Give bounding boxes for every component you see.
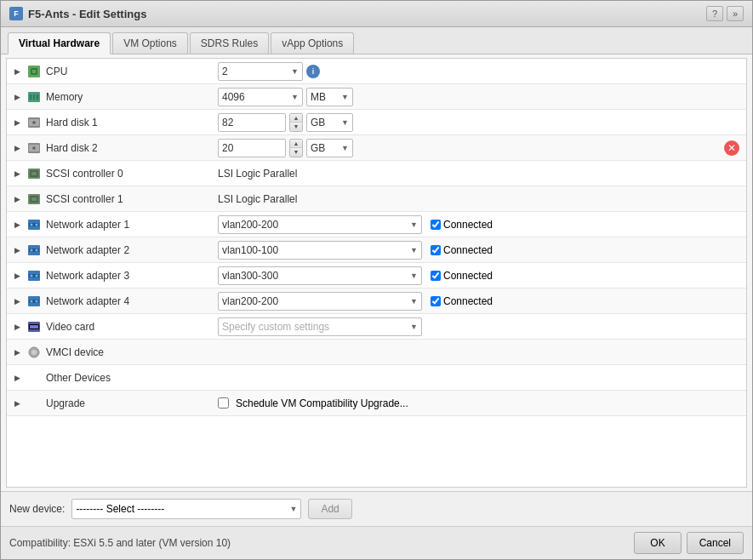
- video-label: Video card: [44, 321, 214, 333]
- net-3-connected-label: Connected: [443, 270, 493, 282]
- memory-expand[interactable]: ▶: [10, 90, 24, 104]
- svg-rect-2: [32, 70, 36, 73]
- video-dropdown[interactable]: Specify custom settings ▼: [218, 317, 422, 336]
- scsi-1-icon: [26, 192, 42, 206]
- memory-unit-arrow: ▼: [341, 93, 349, 101]
- ok-cancel-buttons: OK Cancel: [634, 532, 744, 554]
- other-controls: [214, 376, 746, 380]
- help-button[interactable]: ?: [706, 6, 723, 21]
- net3-expand[interactable]: ▶: [10, 269, 24, 283]
- net-2-label: Network adapter 2: [44, 244, 214, 256]
- vmci-expand[interactable]: ▶: [10, 346, 24, 359]
- hd2-value-input[interactable]: 20: [218, 139, 286, 157]
- net-2-value: vlan100-100: [222, 244, 278, 256]
- upgrade-value: Schedule VM Compatibility Upgrade...: [236, 397, 408, 409]
- hd2-unit[interactable]: GB ▼: [306, 139, 353, 157]
- memory-dropdown-arrow: ▼: [291, 93, 299, 101]
- memory-label: Memory: [44, 91, 214, 103]
- hd2-spin-up[interactable]: ▲: [290, 140, 302, 148]
- hd2-controls: 20 ▲ ▼ GB ▼ ✕: [214, 137, 746, 159]
- svg-rect-20: [31, 197, 37, 201]
- svg-rect-4: [30, 94, 31, 100]
- cpu-expand[interactable]: ▶: [10, 65, 24, 78]
- memory-icon: [26, 90, 42, 104]
- net-1-connected-checkbox[interactable]: [431, 220, 441, 230]
- net-4-dropdown[interactable]: vlan200-200 ▼: [218, 292, 422, 311]
- scsi0-expand[interactable]: ▶: [10, 167, 24, 180]
- net4-controls: vlan200-200 ▼ Connected: [214, 290, 746, 312]
- other-icon: [26, 371, 42, 385]
- scsi-0-label: SCSI controller 0: [44, 168, 214, 180]
- table-row: ▶ SCSI controller 0 LSI Logic Parallel: [7, 161, 746, 186]
- net-2-connected-checkbox[interactable]: [431, 245, 441, 255]
- table-row: ▶ Other Devices: [7, 365, 746, 391]
- new-device-select[interactable]: -------- Select -------- ▼: [71, 499, 301, 519]
- ok-button[interactable]: OK: [634, 532, 681, 554]
- tab-virtual-hardware[interactable]: Virtual Hardware: [8, 32, 111, 54]
- net-4-connected-checkbox[interactable]: [431, 296, 441, 306]
- scsi1-expand[interactable]: ▶: [10, 192, 24, 206]
- hd1-spin-up[interactable]: ▲: [290, 114, 302, 123]
- net-3-label: Network adapter 3: [44, 270, 214, 282]
- upgrade-expand[interactable]: ▶: [10, 397, 24, 410]
- svg-point-35: [31, 300, 33, 302]
- expand-button[interactable]: »: [727, 6, 744, 21]
- tab-vapp-options[interactable]: vApp Options: [271, 32, 354, 54]
- hd1-expand[interactable]: ▶: [10, 116, 24, 129]
- memory-value: 4096: [222, 91, 245, 103]
- net-1-connected: Connected: [431, 219, 493, 231]
- hd1-spinner[interactable]: ▲ ▼: [289, 113, 303, 132]
- video-placeholder: Specify custom settings: [222, 321, 329, 333]
- footer-bar: Compatibility: ESXi 5.5 and later (VM ve…: [1, 526, 752, 559]
- cpu-info-icon[interactable]: i: [306, 65, 320, 78]
- net1-controls: vlan200-200 ▼ Connected: [214, 214, 746, 236]
- hd1-unit-arrow: ▼: [341, 118, 349, 127]
- hd1-value-input[interactable]: 82: [218, 113, 286, 132]
- window-title: F5-Ants - Edit Settings: [28, 8, 146, 20]
- add-button[interactable]: Add: [308, 499, 351, 519]
- upgrade-controls: Schedule VM Compatibility Upgrade...: [214, 396, 746, 411]
- svg-point-32: [36, 274, 38, 277]
- net-4-arrow: ▼: [410, 297, 418, 306]
- tab-sdrs-rules[interactable]: SDRS Rules: [190, 32, 269, 54]
- net2-controls: vlan100-100 ▼ Connected: [214, 239, 746, 261]
- net-1-arrow: ▼: [410, 220, 418, 229]
- net1-expand[interactable]: ▶: [10, 218, 24, 231]
- net-4-icon: [26, 294, 42, 308]
- cancel-button[interactable]: Cancel: [687, 532, 744, 554]
- hd2-spinner[interactable]: ▲ ▼: [289, 139, 303, 157]
- svg-point-24: [36, 223, 38, 226]
- upgrade-checkbox[interactable]: [218, 397, 229, 409]
- memory-unit[interactable]: MB ▼: [306, 88, 353, 106]
- hd2-spin-down[interactable]: ▼: [290, 148, 302, 157]
- hd1-unit[interactable]: GB ▼: [306, 113, 353, 132]
- cpu-dropdown[interactable]: 2 ▼: [218, 62, 303, 81]
- net-4-value: vlan200-200: [222, 295, 278, 307]
- net-2-dropdown[interactable]: vlan100-100 ▼: [218, 241, 422, 260]
- net2-expand[interactable]: ▶: [10, 243, 24, 257]
- net3-controls: vlan300-300 ▼ Connected: [214, 265, 746, 287]
- memory-controls: 4096 ▼ MB ▼: [214, 86, 746, 108]
- net4-expand[interactable]: ▶: [10, 294, 24, 308]
- net-3-value: vlan300-300: [222, 270, 278, 282]
- table-row: ▶ Hard disk 2 20 ▲ ▼ GB ▼: [7, 135, 746, 161]
- new-device-arrow: ▼: [289, 505, 297, 513]
- memory-unit-value: MB: [311, 91, 326, 103]
- net-1-dropdown[interactable]: vlan200-200 ▼: [218, 215, 422, 234]
- hd1-controls: 82 ▲ ▼ GB ▼: [214, 111, 746, 134]
- net-1-label: Network adapter 1: [44, 219, 214, 231]
- other-expand[interactable]: ▶: [10, 371, 24, 385]
- hd2-expand[interactable]: ▶: [10, 141, 24, 155]
- hd2-delete-button[interactable]: ✕: [724, 140, 739, 156]
- hd1-spin-down[interactable]: ▼: [290, 123, 302, 131]
- svg-rect-39: [30, 325, 38, 329]
- net-3-connected-checkbox[interactable]: [431, 271, 441, 281]
- video-expand[interactable]: ▶: [10, 320, 24, 334]
- video-arrow: ▼: [410, 323, 418, 331]
- net-3-dropdown[interactable]: vlan300-300 ▼: [218, 266, 422, 285]
- new-device-label: New device:: [9, 503, 65, 515]
- memory-dropdown[interactable]: 4096 ▼: [218, 88, 303, 106]
- svg-rect-6: [37, 94, 38, 100]
- svg-point-10: [33, 122, 35, 123]
- tab-vm-options[interactable]: VM Options: [112, 32, 188, 54]
